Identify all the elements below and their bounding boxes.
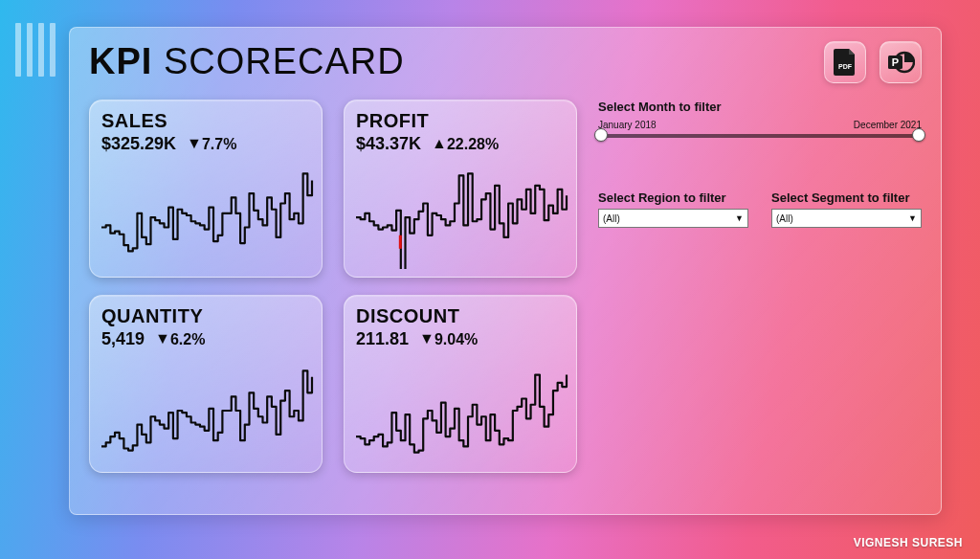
kpi-value-row: 5,419 ▼6.2% (101, 329, 310, 349)
down-arrow-icon: ▼ (187, 135, 202, 152)
kpi-delta: ▲22.28% (432, 136, 499, 152)
kpi-delta: ▼6.2% (155, 331, 205, 347)
kpi-value: $325.29K (101, 134, 176, 153)
quantity-sparkline (98, 357, 316, 464)
svg-rect-4 (399, 235, 402, 249)
up-arrow-icon: ▲ (432, 135, 447, 152)
region-dropdown-value: (All) (603, 213, 620, 224)
profit-sparkline (352, 162, 570, 269)
region-dropdown[interactable]: (All) ▼ (598, 209, 748, 228)
kpi-value: 5,419 (101, 329, 145, 348)
chevron-down-icon: ▼ (908, 213, 917, 223)
kpi-title: SALES (101, 110, 310, 132)
kpi-value-row: 211.81 ▼9.04% (356, 329, 565, 349)
segment-dropdown[interactable]: (All) ▼ (771, 209, 922, 228)
slider-max-label: December 2021 (854, 120, 922, 130)
down-arrow-icon: ▼ (155, 330, 170, 347)
svg-text:PDF: PDF (838, 63, 853, 70)
dashboard-panel: KPI SCORECARD PDF P SALES $325.29K (69, 27, 942, 515)
kpi-card-profit[interactable]: PROFIT $43.37K ▲22.28% (344, 100, 577, 278)
kpi-value-row: $43.37K ▲22.28% (356, 134, 565, 154)
kpi-title: PROFIT (356, 110, 565, 132)
kpi-title: QUANTITY (101, 305, 310, 327)
kpi-value: $43.37K (356, 134, 421, 153)
kpi-delta: ▼9.04% (419, 331, 478, 347)
kpi-title: DISCOUNT (356, 305, 565, 327)
slider-min-label: January 2018 (598, 120, 657, 130)
svg-text:P: P (892, 56, 899, 68)
kpi-value: 211.81 (356, 329, 409, 348)
pdf-icon: PDF (833, 48, 858, 77)
page-title: KPI SCORECARD (89, 41, 922, 82)
kpi-card-quantity[interactable]: QUANTITY 5,419 ▼6.2% (89, 295, 323, 473)
region-filter-label: Select Region to filter (598, 190, 726, 205)
sales-sparkline (98, 162, 316, 269)
segment-filter-label: Select Segment to filter (771, 190, 909, 205)
kpi-value-row: $325.29K ▼7.7% (101, 134, 310, 154)
month-filter-label: Select Month to filter (598, 100, 922, 114)
discount-sparkline (352, 357, 570, 464)
slider-handle-left[interactable] (594, 128, 608, 142)
segment-dropdown-value: (All) (776, 213, 793, 224)
chevron-down-icon: ▼ (735, 213, 744, 223)
export-bar: PDF P (824, 41, 922, 83)
filters-panel: Select Month to filter January 2018 Dece… (598, 100, 922, 473)
kpi-card-discount[interactable]: DISCOUNT 211.81 ▼9.04% (344, 295, 577, 473)
decorative-stripes (15, 23, 56, 77)
slider-track[interactable] (598, 134, 922, 138)
kpi-delta: ▼7.7% (187, 136, 236, 152)
down-arrow-icon: ▼ (419, 330, 434, 347)
month-range-slider[interactable]: January 2018 December 2021 (598, 120, 922, 164)
kpi-grid: SALES $325.29K ▼7.7% PROFIT $43.37K ▲22.… (89, 100, 577, 473)
author-credit: VIGNESH SURESH (854, 536, 963, 549)
export-ppt-button[interactable]: P (880, 41, 922, 83)
powerpoint-icon: P (886, 48, 915, 77)
slider-handle-right[interactable] (912, 128, 925, 142)
export-pdf-button[interactable]: PDF (824, 41, 866, 83)
kpi-card-sales[interactable]: SALES $325.29K ▼7.7% (89, 100, 323, 278)
